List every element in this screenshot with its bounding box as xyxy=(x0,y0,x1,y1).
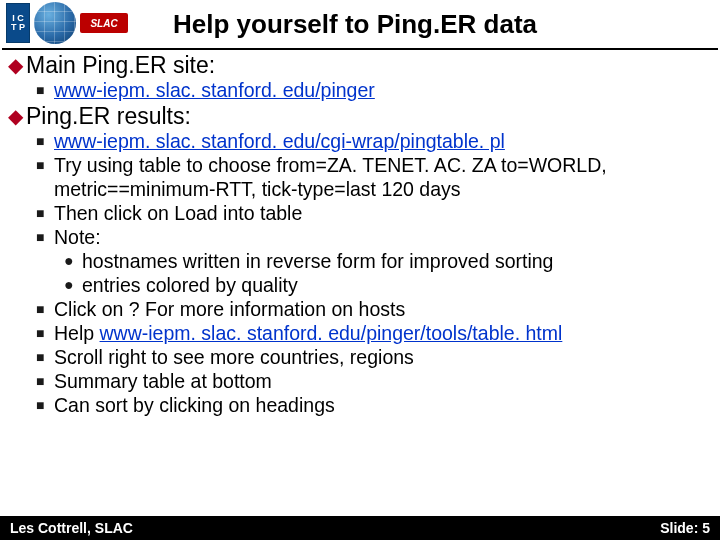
square-bullet-icon: ■ xyxy=(36,321,54,345)
bullet-note-sub1: ● hostnames written in reverse form for … xyxy=(64,249,712,273)
ictp-logo: I CT P xyxy=(6,3,30,43)
text-summary: Summary table at bottom xyxy=(54,369,272,393)
pingtable-link[interactable]: www-iepm. slac. stanford. edu/cgi-wrap/p… xyxy=(54,130,505,152)
globe-icon xyxy=(34,2,76,44)
link-row: www-iepm. slac. stanford. edu/pinger xyxy=(54,78,375,102)
square-bullet-icon: ■ xyxy=(36,129,54,153)
slide-footer: Les Cottrell, SLAC Slide: 5 xyxy=(0,516,720,540)
bullet-then: ■ Then click on Load into table xyxy=(36,201,712,225)
bullet-main-site: ◆ Main Ping.ER site: xyxy=(8,52,712,78)
main-site-link[interactable]: www-iepm. slac. stanford. edu/pinger xyxy=(54,79,375,101)
help-prefix: Help xyxy=(54,322,100,344)
slide-header: I CT P SLAC Help yourself to Ping.ER dat… xyxy=(0,0,720,48)
bullet-results: ◆ Ping.ER results: xyxy=(8,103,712,129)
bullet-scroll: ■ Scroll right to see more countries, re… xyxy=(36,345,712,369)
link-row: www-iepm. slac. stanford. edu/cgi-wrap/p… xyxy=(54,129,505,153)
text-then: Then click on Load into table xyxy=(54,201,302,225)
divider xyxy=(2,48,718,50)
text-try: Try using table to choose from=ZA. TENET… xyxy=(54,153,712,201)
bullet-summary: ■ Summary table at bottom xyxy=(36,369,712,393)
disc-bullet-icon: ● xyxy=(64,249,82,273)
footer-author: Les Cottrell, SLAC xyxy=(10,520,133,536)
bullet-results-link: ■ www-iepm. slac. stanford. edu/cgi-wrap… xyxy=(36,129,712,153)
square-bullet-icon: ■ xyxy=(36,369,54,393)
square-bullet-icon: ■ xyxy=(36,225,54,249)
text-note: Note: xyxy=(54,225,101,249)
text-note-sub1: hostnames written in reverse form for im… xyxy=(82,249,553,273)
bullet-help: ■ Help www-iepm. slac. stanford. edu/pin… xyxy=(36,321,712,345)
bullet-click-q: ■ Click on ? For more information on hos… xyxy=(36,297,712,321)
diamond-bullet-icon: ◆ xyxy=(8,103,26,129)
diamond-bullet-icon: ◆ xyxy=(8,52,26,78)
text-note-sub2: entries colored by quality xyxy=(82,273,298,297)
square-bullet-icon: ■ xyxy=(36,297,54,321)
bullet-note: ■ Note: xyxy=(36,225,712,249)
bullet-try: ■ Try using table to choose from=ZA. TEN… xyxy=(36,153,712,201)
help-row: Help www-iepm. slac. stanford. edu/pinge… xyxy=(54,321,562,345)
slac-logo: SLAC xyxy=(80,13,128,33)
text-scroll: Scroll right to see more countries, regi… xyxy=(54,345,414,369)
heading-results: Ping.ER results: xyxy=(26,103,191,129)
square-bullet-icon: ■ xyxy=(36,393,54,417)
bullet-main-site-link: ■ www-iepm. slac. stanford. edu/pinger xyxy=(36,78,712,102)
bullet-note-sub2: ● entries colored by quality xyxy=(64,273,712,297)
help-link[interactable]: www-iepm. slac. stanford. edu/pinger/too… xyxy=(100,322,563,344)
text-sort: Can sort by clicking on headings xyxy=(54,393,335,417)
square-bullet-icon: ■ xyxy=(36,153,54,177)
text-click-q: Click on ? For more information on hosts xyxy=(54,297,405,321)
footer-slide-number: Slide: 5 xyxy=(660,520,710,536)
slide-body: ◆ Main Ping.ER site: ■ www-iepm. slac. s… xyxy=(0,52,720,417)
square-bullet-icon: ■ xyxy=(36,345,54,369)
square-bullet-icon: ■ xyxy=(36,201,54,225)
logo-cluster: I CT P SLAC xyxy=(6,2,128,44)
disc-bullet-icon: ● xyxy=(64,273,82,297)
square-bullet-icon: ■ xyxy=(36,78,54,102)
heading-main-site: Main Ping.ER site: xyxy=(26,52,215,78)
bullet-sort: ■ Can sort by clicking on headings xyxy=(36,393,712,417)
